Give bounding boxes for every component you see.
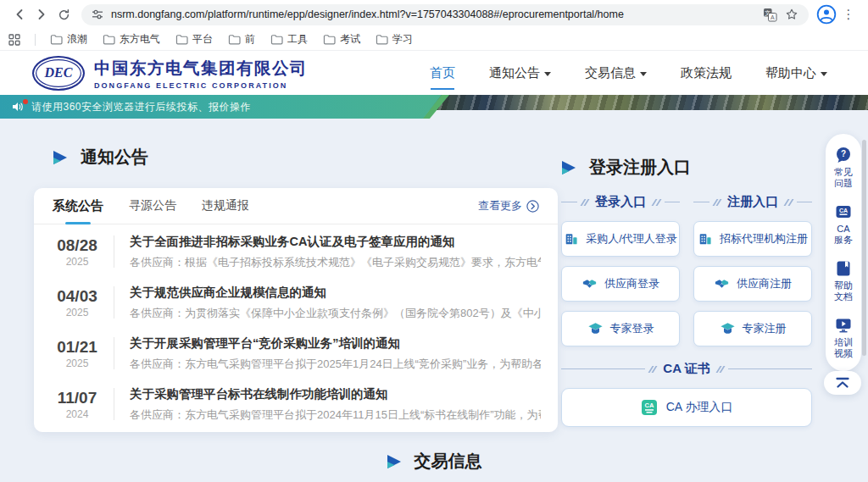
- announcement-list: 08/28 2025 关于全面推进非招标采购业务CA认证及电子签章应用的通知 各…: [34, 224, 558, 429]
- url-text[interactable]: nsrm.dongfang.com/platform/runtime/epp/d…: [111, 8, 755, 20]
- nav-item[interactable]: 首页: [430, 65, 455, 81]
- portal-button[interactable]: 供应商注册: [693, 266, 812, 302]
- apps-grid-icon[interactable]: [8, 34, 20, 46]
- bookmark-folder[interactable]: 前: [228, 32, 255, 47]
- browser-toolbar: nsrm.dongfang.com/platform/runtime/epp/d…: [0, 0, 868, 29]
- back-button[interactable]: [8, 3, 31, 25]
- profile-avatar[interactable]: [815, 3, 837, 25]
- announcement-tabs: 系统公告 寻源公告 违规通报 查看更多: [34, 188, 558, 224]
- portal-button-label: 供应商注册: [737, 276, 792, 291]
- notice-bar-text: 请使用360安全浏览器进行后续投标、报价操作: [31, 100, 251, 114]
- portal-button[interactable]: 供应商登录: [561, 266, 680, 302]
- video-icon: [834, 316, 853, 335]
- bookmark-label: 学习: [392, 32, 413, 47]
- announcement-date: 11/07 2024: [51, 389, 103, 420]
- site-logo[interactable]: DEC 中国东方电气集团有限公司 DONGFANG ELECTRIC CORPO…: [32, 56, 308, 91]
- portal-button[interactable]: 采购人/代理人登录: [561, 221, 680, 257]
- document-icon: [834, 259, 853, 278]
- browser-window: nsrm.dongfang.com/platform/runtime/epp/d…: [0, 0, 868, 482]
- rail-item[interactable]: 培训 视频: [834, 316, 853, 359]
- bookmark-label: 考试: [340, 32, 360, 47]
- nav-item[interactable]: 帮助中心: [765, 65, 827, 81]
- announcement-date: 08/28 2025: [51, 236, 103, 268]
- rail-item[interactable]: CA CA 服务: [834, 202, 853, 246]
- bookmark-folder[interactable]: 东方电气: [103, 32, 160, 47]
- rail-item[interactable]: 帮助 文档: [834, 259, 853, 302]
- nav-item-label: 首页: [430, 65, 455, 81]
- back-to-top-button[interactable]: [824, 371, 861, 395]
- folder-icon: [376, 34, 388, 45]
- company-name-en: DONGFANG ELECTRIC CORPORATION: [94, 81, 308, 90]
- register-group-header: 注册入口: [693, 194, 812, 210]
- reload-button[interactable]: [53, 3, 75, 25]
- divider: [35, 34, 36, 46]
- bookmark-folder[interactable]: 浪潮: [50, 32, 87, 47]
- announcement-tab[interactable]: 寻源公告: [129, 188, 176, 224]
- section-arrow-icon: [53, 151, 68, 164]
- translate-icon[interactable]: 文A: [763, 8, 777, 22]
- ca-apply-label: CA 办理入口: [666, 400, 733, 415]
- dec-logo-icon: DEC: [32, 56, 85, 91]
- section-arrow-icon: [387, 455, 402, 468]
- portal-button[interactable]: 专家注册: [693, 311, 812, 346]
- tab-label: 违规通报: [202, 198, 249, 213]
- section-title: 通知公告: [81, 146, 148, 169]
- back-arrow-icon: [13, 8, 26, 21]
- announcement-item[interactable]: 04/03 2025 关于规范供应商企业规模信息的通知 各供应商：为贯彻落实《保…: [51, 277, 541, 328]
- tab-label: 系统公告: [53, 198, 103, 214]
- view-more-link[interactable]: 查看更多: [478, 198, 539, 213]
- rail-item[interactable]: ? 常见 问题: [834, 146, 853, 189]
- browser-menu-button[interactable]: ⋮: [837, 3, 860, 25]
- portal-button[interactable]: 招标代理机构注册: [693, 221, 812, 257]
- circle-arrow-icon: [526, 200, 539, 213]
- nav-item[interactable]: 政策法规: [681, 65, 732, 81]
- chevron-down-icon: [821, 72, 827, 76]
- announcement-item[interactable]: 08/28 2025 关于全面推进非招标采购业务CA认证及电子签章应用的通知 各…: [51, 226, 541, 277]
- bookmark-folder[interactable]: 工具: [270, 32, 308, 47]
- building-icon: [564, 231, 579, 247]
- svg-text:?: ?: [841, 149, 846, 158]
- browser-notice-bar: 请使用360安全浏览器进行后续投标、报价操作: [0, 95, 442, 119]
- announcement-title: 关于全面推进非招标采购业务CA认证及电子签章应用的通知: [130, 234, 541, 250]
- chevron-up-to-line-icon: [834, 377, 851, 389]
- folder-icon: [228, 34, 241, 45]
- divider: [114, 286, 114, 319]
- portal-button-label: 招标代理机构注册: [720, 231, 808, 247]
- divider: [114, 337, 114, 369]
- nav-item-label: 帮助中心: [765, 65, 816, 81]
- announcement-tab[interactable]: 违规通报: [202, 188, 249, 224]
- announcement-date: 01/21 2025: [51, 338, 103, 369]
- announcement-item[interactable]: 01/21 2025 关于开展采购管理平台“竞价采购业务”培训的通知 各供应商：…: [51, 328, 541, 379]
- login-portal: 登录入口 注册入口 采购人/代理人登录 招标代理机构注册: [561, 194, 812, 427]
- ca-apply-button[interactable]: CA CA 办理入口: [561, 388, 812, 427]
- site-header: DEC 中国东方电气集团有限公司 DONGFANG ELECTRIC CORPO…: [0, 51, 868, 95]
- bookmark-label: 工具: [287, 32, 308, 47]
- nav-item[interactable]: 通知公告: [489, 65, 551, 81]
- scrollbar-thumb[interactable]: [862, 140, 866, 356]
- bookmark-folder[interactable]: 学习: [376, 32, 413, 47]
- folder-icon: [323, 34, 336, 45]
- site-settings-icon: [92, 8, 103, 20]
- announcement-title: 关于开展采购管理平台“竞价采购业务”培训的通知: [130, 335, 541, 352]
- svg-text:CA: CA: [839, 208, 848, 213]
- announcement-desc: 各供应商：东方电气采购管理平台拟于2025年1月24日上线“竞价采购”业务，为帮…: [130, 357, 541, 372]
- nav-item[interactable]: 交易信息: [585, 65, 647, 81]
- bookmark-label: 浪潮: [67, 32, 87, 47]
- announcement-item[interactable]: 11/07 2024 关于采购管理平台标书在线制作功能培训的通知 各供应商：东方…: [51, 379, 541, 429]
- svg-text:A: A: [771, 14, 775, 20]
- bookmark-folder[interactable]: 平台: [175, 32, 213, 47]
- portal-button[interactable]: 专家登录: [561, 311, 680, 346]
- chevron-down-icon: [544, 72, 551, 76]
- announcement-tab[interactable]: 系统公告: [53, 188, 103, 224]
- forward-button[interactable]: [31, 3, 53, 25]
- portal-button-label: 专家注册: [743, 321, 787, 336]
- bookmark-star-icon[interactable]: [785, 8, 798, 21]
- url-bar[interactable]: nsrm.dongfang.com/platform/runtime/epp/d…: [81, 4, 809, 25]
- avatar-icon: [816, 4, 837, 25]
- announcement-desc: 各供应商：东方电气采购管理平台拟于2024年11月15日上线“标书在线制作”功能…: [130, 407, 541, 423]
- bookmark-folder[interactable]: 考试: [323, 32, 360, 47]
- announcements-card: 系统公告 寻源公告 违规通报 查看更多: [34, 188, 558, 432]
- rail-item-label: CA 服务: [834, 224, 853, 246]
- view-more-label: 查看更多: [478, 198, 522, 213]
- question-icon: ?: [834, 146, 853, 164]
